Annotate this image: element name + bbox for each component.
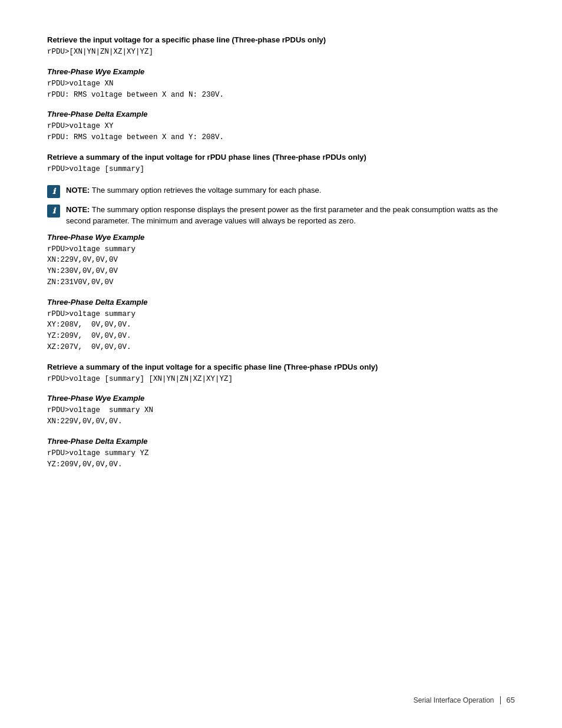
section-retrieve-summary-specific: Retrieve a summary of the input voltage … [47, 363, 515, 385]
section-delta-example-1: Three-Phase Delta Example rPDU>voltage X… [47, 110, 515, 143]
heading-wye-example-1: Three-Phase Wye Example [47, 67, 515, 76]
note-block-2: ℹ NOTE: The summary option response disp… [47, 204, 515, 227]
footer-divider [500, 696, 501, 704]
code-delta-example-3: rPDU>voltage summary YZYZ:209V,0V,0V,0V. [47, 448, 515, 470]
heading-retrieve-summary: Retrieve a summary of the input voltage … [47, 153, 515, 162]
code-retrieve-summary: rPDU>voltage [summary] [47, 164, 515, 175]
note-label-1: NOTE: [66, 186, 90, 195]
footer-label: Serial Interface Operation [414, 696, 494, 704]
page-footer: Serial Interface Operation 65 [414, 696, 515, 704]
note-content-1: The summary option retrieves the voltage… [92, 186, 321, 195]
note-block-1: ℹ NOTE: The summary option retrieves the… [47, 185, 515, 198]
note-content-2: The summary option response displays the… [66, 205, 498, 226]
note-icon-2: ℹ [47, 205, 60, 218]
code-delta-example-1: rPDU>voltage XYrPDU: RMS voltage between… [47, 121, 515, 143]
code-retrieve-input-voltage: rPDU>[XN|YN|ZN|XZ|XY|YZ] [47, 47, 515, 58]
code-retrieve-summary-specific: rPDU>voltage [summary] [XN|YN|ZN|XZ|XY|Y… [47, 374, 515, 385]
note-text-2: NOTE: The summary option response displa… [66, 204, 515, 227]
heading-delta-example-3: Three-Phase Delta Example [47, 437, 515, 446]
section-wye-example-2: Three-Phase Wye Example rPDU>voltage sum… [47, 233, 515, 288]
heading-delta-example-2: Three-Phase Delta Example [47, 298, 515, 307]
note-text-1: NOTE: The summary option retrieves the v… [66, 185, 515, 196]
code-wye-example-3: rPDU>voltage summary XNXN:229V,0V,0V,0V. [47, 405, 515, 427]
heading-delta-example-1: Three-Phase Delta Example [47, 110, 515, 118]
note-label-2: NOTE: [66, 205, 90, 214]
heading-wye-example-3: Three-Phase Wye Example [47, 394, 515, 403]
page-content: Retrieve the input voltage for a specifi… [0, 0, 562, 526]
section-retrieve-input-voltage: Retrieve the input voltage for a specifi… [47, 35, 515, 58]
footer-page-number: 65 [507, 696, 515, 704]
code-delta-example-2: rPDU>voltage summaryXY:208V, 0V,0V,0V.YZ… [47, 309, 515, 353]
heading-retrieve-summary-specific: Retrieve a summary of the input voltage … [47, 363, 515, 371]
section-wye-example-3: Three-Phase Wye Example rPDU>voltage sum… [47, 394, 515, 427]
heading-retrieve-input-voltage: Retrieve the input voltage for a specifi… [47, 35, 515, 44]
heading-wye-example-2: Three-Phase Wye Example [47, 233, 515, 242]
code-wye-example-2: rPDU>voltage summaryXN:229V,0V,0V,0VYN:2… [47, 244, 515, 288]
section-wye-example-1: Three-Phase Wye Example rPDU>voltage XNr… [47, 67, 515, 101]
section-delta-example-3: Three-Phase Delta Example rPDU>voltage s… [47, 437, 515, 470]
code-wye-example-1: rPDU>voltage XNrPDU: RMS voltage between… [47, 78, 515, 101]
note-icon-1: ℹ [47, 185, 60, 198]
section-delta-example-2: Three-Phase Delta Example rPDU>voltage s… [47, 298, 515, 353]
section-retrieve-summary: Retrieve a summary of the input voltage … [47, 153, 515, 175]
